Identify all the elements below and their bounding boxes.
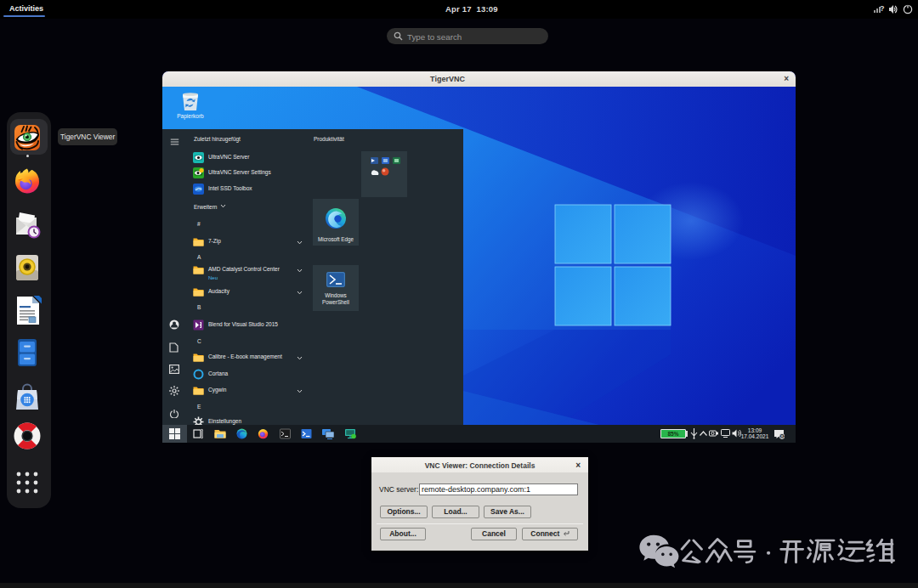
svg-text:?: ? (880, 4, 885, 13)
